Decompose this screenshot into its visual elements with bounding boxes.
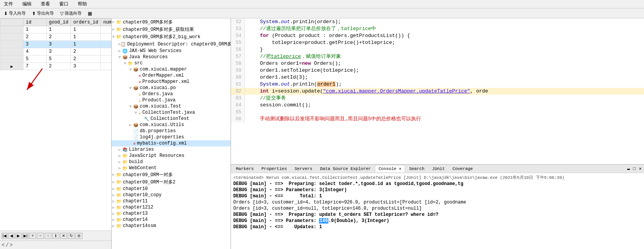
tree-item-utils-pkg[interactable]: ▷ 📦 com.xiucai.Utils <box>112 122 231 128</box>
tab-console[interactable]: Console ✕ <box>375 165 405 172</box>
properties-icon: 📄 <box>133 135 139 140</box>
xml-icon: ✕ <box>133 141 136 146</box>
tree-item-po-pkg[interactable]: ▽ 📦 com.xiucai.po <box>112 85 231 91</box>
descriptor-icon: 📋 <box>120 42 126 47</box>
tree-nav-more[interactable]: / <box>5 242 8 248</box>
tree-item-deployment[interactable]: ▷ 📋 Deployment Descriptor: chapter09_ORM… <box>112 40 231 48</box>
package-icon: 📦 <box>133 86 139 91</box>
tree-item-chapter13[interactable]: ▷ 📁 chapter13 <box>112 210 231 217</box>
tree-nav-gt[interactable]: > <box>10 242 13 248</box>
folder-icon: 📁 <box>116 217 122 222</box>
code-line-53: 53 //通过遍历结果把订单总价放在了，tatleprice中 <box>231 25 644 32</box>
tree-item-java-resources[interactable]: ▽ 📦 Java Resources <box>112 54 231 60</box>
import-wizard-button[interactable]: ⬇ 导入向导 <box>2 10 28 17</box>
nav-prev[interactable]: ◀ <box>8 233 15 239</box>
table-row[interactable]: 221 <box>0 34 112 41</box>
console-tabs: Markers Properties Servers Data Source E… <box>231 165 644 173</box>
package-icon: 📦 <box>133 123 139 128</box>
tree-item-chapter14[interactable]: ▷ 📁 chapter14 <box>112 217 231 223</box>
nav-next[interactable]: ▶ <box>15 233 22 239</box>
menu-window[interactable]: 窗口 <box>57 0 71 8</box>
tree-item-chapter09-one-many[interactable]: ▷ 📁 chapter09_ORM一对多 <box>112 171 231 178</box>
grid-button[interactable]: ▦ <box>85 10 94 17</box>
tree-item-collectiontest-class[interactable]: 🔧 CollectionTest <box>112 116 231 122</box>
tree-item-log4j-properties[interactable]: 📄 log4j.properties <box>112 134 231 140</box>
code-editor[interactable]: 52 System.out.println(orders); 53 //通过遍历… <box>231 19 644 164</box>
table-row[interactable]: 111 <box>0 26 112 34</box>
code-line-54: 54 for (Product product : orders.getProd… <box>231 32 644 39</box>
grid-icon: ▦ <box>88 11 92 16</box>
tree-item-src[interactable]: ▽ 📁 src <box>112 60 231 66</box>
nav-up[interactable]: ↑ <box>45 233 52 239</box>
table-row[interactable]: 552 <box>0 56 112 63</box>
tree-item-chapter11[interactable]: ▷ 📁 chapter11 <box>112 198 231 204</box>
nav-first[interactable]: |◀ <box>2 233 8 239</box>
tree-item-mybatis-config[interactable]: ✕ mybatis-config.xml <box>112 140 231 146</box>
menu-file[interactable]: 文件 <box>2 0 15 8</box>
tab-servers[interactable]: Servers <box>291 165 316 172</box>
class-icon: 🔧 <box>144 116 149 121</box>
folder-icon: 📁 <box>116 180 122 185</box>
folder-icon: 📁 <box>116 224 122 229</box>
console-line-5: Orders [id=3, customer_id=null, totlepri… <box>233 205 642 212</box>
menu-edit[interactable]: 编辑 <box>20 0 34 8</box>
folder-icon: 📁 <box>116 172 122 177</box>
nav-refresh[interactable]: ↻ <box>68 233 75 239</box>
tab-markers[interactable]: Markers <box>233 165 257 172</box>
nav-cross[interactable]: ✕ <box>60 233 67 239</box>
export-wizard-button[interactable]: ⬆ 导出向导 <box>30 10 56 17</box>
code-line-59: 59 order1.setTotleprice(totleprice); <box>231 67 644 74</box>
table-row[interactable]: 432 <box>0 48 112 56</box>
close-icon[interactable]: ✕ <box>638 165 642 172</box>
tab-junit[interactable]: JUnit <box>429 165 448 172</box>
nav-stop[interactable]: ⊘ <box>75 233 82 239</box>
tree-item-chapter1212[interactable]: ▷ 📁 chapter1212 <box>112 204 231 210</box>
nav-last[interactable]: ▶| <box>22 233 28 239</box>
tree-item-chapter09-orm-many[interactable]: ▷ 📁 chapter09_ORM多对多 <box>112 19 231 26</box>
menu-help[interactable]: 帮助 <box>75 0 89 8</box>
minimize-icon[interactable]: ▬ <box>626 165 631 172</box>
col-orders-id: orders_id <box>71 19 101 26</box>
tree-item-chapter14ssm[interactable]: ▷ 📁 chapter14ssm <box>112 223 231 229</box>
table-container[interactable]: id good_id orders_id number 111 <box>0 19 111 124</box>
tree-item-collectiontest-java[interactable]: ▽ ☕ CollectionTest.java <box>112 109 231 116</box>
tree-item-product-java[interactable]: ☕ Product.java <box>112 97 231 103</box>
code-line-61: 61 System.out.println(order1); <box>231 81 644 88</box>
tree-item-jaxws[interactable]: ▷ 🌐 JAX-WS Web Services <box>112 48 231 54</box>
table-row[interactable]: 331 <box>0 41 112 48</box>
main-layout: id good_id orders_id number 111 <box>0 19 644 249</box>
tree-item-ordermapper-xml[interactable]: ✕ OrderMapper.xml <box>112 72 231 79</box>
console-content[interactable]: <terminated> Rerun com.xiucai.Test.Colle… <box>231 173 644 249</box>
tree-item-db-properties[interactable]: 📄 db.properties <box>112 128 231 134</box>
nav-add[interactable]: + <box>29 233 36 239</box>
tree-item-libraries[interactable]: ▷ 📚 Libraries <box>112 146 231 153</box>
tab-coverage[interactable]: Coverage <box>449 165 477 172</box>
tree-nav-less[interactable]: < <box>2 242 5 248</box>
console-panel: Markers Properties Servers Data Source E… <box>231 164 644 249</box>
nav-info[interactable]: ℹ <box>52 233 59 239</box>
tree-item-test-pkg[interactable]: ▽ 📦 com.xiucai.Test <box>112 103 231 109</box>
table-row[interactable]: ▶ 723 <box>0 63 112 70</box>
tree-item-chapter09-bigwork[interactable]: ▽ 📁 chapter09_ORM多对多2_big_work <box>112 33 231 40</box>
tree-item-build[interactable]: ▷ 📁 build <box>112 159 231 165</box>
tab-search[interactable]: Search <box>406 165 428 172</box>
nav-minus[interactable]: − <box>37 233 44 239</box>
code-line-52: 52 System.out.println(orders); <box>231 19 644 25</box>
menu-view[interactable]: 查看 <box>38 0 52 8</box>
tree-item-chapter10[interactable]: ▷ 📁 chapter10 <box>112 186 231 192</box>
table-nav: |◀ ◀ ▶ ▶| + − ↑ ℹ ✕ ↻ ⊘ <box>0 230 111 241</box>
maximize-icon[interactable]: □ <box>632 165 637 172</box>
tab-properties[interactable]: Properties <box>258 165 290 172</box>
tree-item-chapter09-orm-result[interactable]: ▷ 📁 chapter09_ORM多对多_获取结果 <box>112 26 231 33</box>
folder-icon: 📁 <box>122 153 128 158</box>
tree-item-mapper-pkg[interactable]: ▽ 📦 com.xiucai.mapper <box>112 66 231 72</box>
tree-item-orders-java[interactable]: ☕ Orders.java <box>112 91 231 97</box>
tree-item-chapter10-copy[interactable]: ▷ 📁 chapter10_copy <box>112 192 231 198</box>
tree-item-productmapper-xml[interactable]: ✕ ProductMapper.xml <box>112 79 231 85</box>
tree-item-chapter09-one-many2[interactable]: ▷ 📁 chapter09_ORM一对多2 <box>112 178 231 186</box>
tab-datasource[interactable]: Data Source Explorer <box>316 165 374 172</box>
highlighted-146: 146 <box>319 218 328 224</box>
tree-item-webcontent[interactable]: ▷ 📁 WebContent <box>112 165 231 171</box>
tree-item-js-resources[interactable]: ▷ 📁 JavaScript Resources <box>112 153 231 159</box>
filter-wizard-button[interactable]: ▽ 筛选向导 <box>58 10 84 17</box>
